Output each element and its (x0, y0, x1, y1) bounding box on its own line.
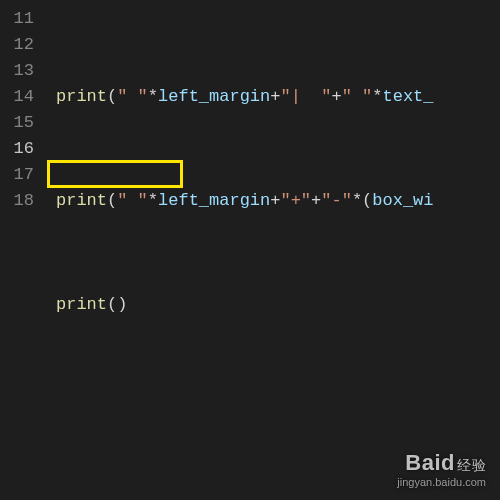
line-number: 11 (0, 6, 34, 32)
line-number-gutter: 1112131415161718 (0, 0, 44, 500)
line-number: 12 (0, 32, 34, 58)
line-number: 18 (0, 188, 34, 214)
line-number: 16 (0, 136, 34, 162)
code-line[interactable]: print(" "*left_margin+"+"+"-"*(box_wi (56, 188, 434, 214)
code-line[interactable]: print() (56, 292, 434, 318)
line-number: 14 (0, 84, 34, 110)
line-number: 15 (0, 110, 34, 136)
code-line[interactable]: print(" "*left_margin+"| "+" "*text_ (56, 84, 434, 110)
code-area[interactable]: print(" "*left_margin+"| "+" "*text_ pri… (44, 0, 434, 500)
line-number: 13 (0, 58, 34, 84)
fn-token: print (56, 87, 107, 106)
line-number: 17 (0, 162, 34, 188)
code-editor[interactable]: 1112131415161718 print(" "*left_margin+"… (0, 0, 500, 500)
code-line[interactable] (56, 396, 434, 422)
